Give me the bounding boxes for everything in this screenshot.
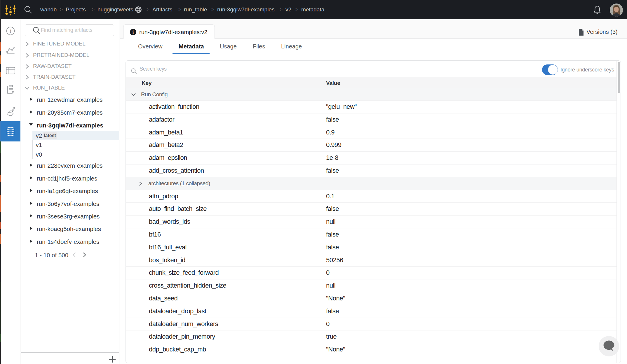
svg-text:i: i [133,30,134,35]
svg-text:i: i [10,28,11,34]
